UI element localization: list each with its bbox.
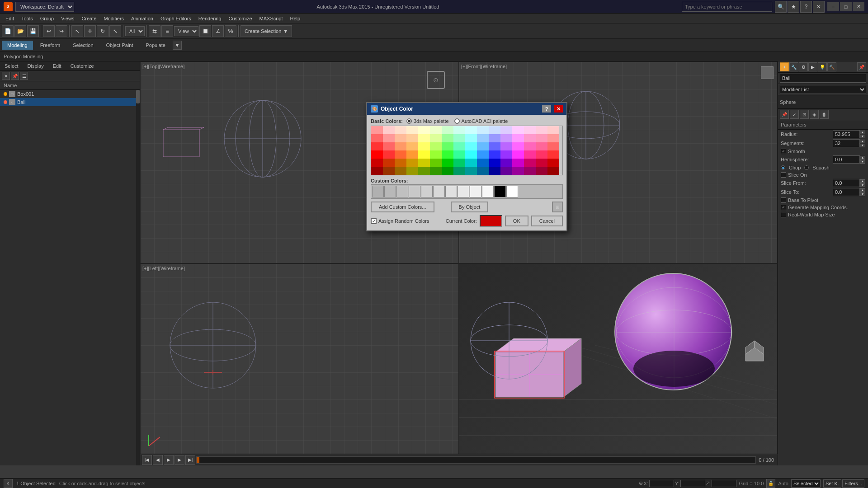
scroll-track[interactable] <box>136 90 140 465</box>
color-swatch[interactable] <box>500 150 512 159</box>
color-swatch[interactable] <box>465 167 477 175</box>
color-swatch[interactable] <box>489 142 500 150</box>
color-swatch[interactable] <box>489 159 500 167</box>
tab-selection[interactable]: Selection <box>67 41 99 50</box>
dialog-close-button[interactable]: ✕ <box>554 105 563 113</box>
panel-tab-customize[interactable]: Customize <box>66 61 99 70</box>
color-swatch[interactable] <box>453 142 465 150</box>
color-swatch[interactable] <box>395 126 406 134</box>
color-swatch[interactable] <box>536 126 547 134</box>
custom-color-swatch[interactable] <box>494 186 506 197</box>
filters-button[interactable]: Filters... <box>842 479 864 488</box>
tab-freeform[interactable]: Freeform <box>35 41 66 50</box>
color-swatch[interactable] <box>547 126 559 134</box>
display-panel-btn[interactable]: 💡 <box>818 62 827 71</box>
color-swatch[interactable] <box>395 142 406 150</box>
color-swatch[interactable] <box>477 167 489 175</box>
color-swatch[interactable] <box>395 134 406 142</box>
smooth-checkbox[interactable]: ✓ <box>781 149 786 154</box>
color-swatch[interactable] <box>500 167 512 175</box>
color-swatch[interactable] <box>512 159 524 167</box>
color-swatch[interactable] <box>489 167 500 175</box>
next-frame-button[interactable]: ▶ <box>175 455 184 465</box>
panel-close-btn[interactable]: ✕ <box>2 72 10 80</box>
custom-color-swatch[interactable] <box>470 186 481 197</box>
object-name-input[interactable] <box>780 74 866 83</box>
base-to-pivot-checkbox[interactable] <box>781 197 786 203</box>
color-swatch[interactable] <box>524 142 536 150</box>
color-swatch[interactable] <box>442 142 453 150</box>
radius-input[interactable] <box>833 130 860 138</box>
color-swatch[interactable] <box>418 126 430 134</box>
play-button[interactable]: ▶ <box>164 455 174 465</box>
color-swatch[interactable] <box>442 126 453 134</box>
custom-color-swatch[interactable] <box>372 186 384 197</box>
menu-modifiers[interactable]: Modifiers <box>100 15 127 22</box>
menu-create[interactable]: Create <box>78 15 100 22</box>
slice-to-down-btn[interactable]: ▼ <box>860 192 865 196</box>
menu-edit[interactable]: Edit <box>2 15 18 22</box>
color-swatch[interactable] <box>524 167 536 175</box>
make-unique-btn[interactable]: ◈ <box>810 110 819 119</box>
custom-color-swatch[interactable] <box>384 186 396 197</box>
create-selection-button[interactable]: Create Selection ▼ <box>241 25 292 37</box>
cancel-button[interactable]: Cancel <box>531 216 563 226</box>
menu-group[interactable]: Group <box>37 15 58 22</box>
align-button[interactable]: ≡ <box>161 25 173 37</box>
create-panel-btn[interactable]: ✦ <box>780 62 789 71</box>
rp-pin-btn[interactable]: 📌 <box>857 62 866 71</box>
viewport-perspective[interactable] <box>459 263 778 465</box>
color-swatch[interactable] <box>442 167 453 175</box>
color-swatch[interactable] <box>489 150 500 159</box>
search-button[interactable]: 🔍 <box>775 1 787 13</box>
color-swatch[interactable] <box>406 167 418 175</box>
color-swatch[interactable] <box>477 159 489 167</box>
select-tool[interactable]: ↖ <box>71 25 83 37</box>
list-item[interactable]: □ Box001 <box>0 90 140 98</box>
mirror-button[interactable]: ⇆ <box>149 25 160 37</box>
y-coord-input[interactable] <box>680 480 705 487</box>
color-swatch[interactable] <box>430 150 442 159</box>
color-swatch[interactable] <box>547 142 559 150</box>
tab-object-paint[interactable]: Object Paint <box>101 41 139 50</box>
color-swatch[interactable] <box>489 126 500 134</box>
menu-animation[interactable]: Animation <box>127 15 157 22</box>
workspace-selector[interactable]: Workspace: Default <box>15 2 74 12</box>
panel-pin-btn[interactable]: 📌 <box>11 72 19 80</box>
snap-toggle[interactable]: 🔲 <box>199 25 211 37</box>
color-swatch[interactable] <box>395 167 406 175</box>
color-swatch[interactable] <box>418 167 430 175</box>
hierarchy-panel-btn[interactable]: ⚙ <box>799 62 808 71</box>
prev-frame-button[interactable]: ◀ <box>153 455 163 465</box>
color-swatch[interactable] <box>536 159 547 167</box>
utilities-panel-btn[interactable]: 🔨 <box>827 62 836 71</box>
close-button[interactable]: ✕ <box>853 2 864 11</box>
set-key-button[interactable]: Set K. <box>823 479 841 488</box>
active-inactive-btn[interactable]: ✓ <box>790 110 799 119</box>
custom-color-swatch[interactable] <box>433 186 445 197</box>
radius-up-btn[interactable]: ▲ <box>860 131 865 134</box>
slice-to-input[interactable] <box>833 188 860 196</box>
color-swatch[interactable] <box>465 134 477 142</box>
color-swatch[interactable] <box>477 134 489 142</box>
pin-stack-btn[interactable]: 📌 <box>780 110 789 119</box>
color-swatch[interactable] <box>406 134 418 142</box>
color-swatch[interactable] <box>371 126 383 134</box>
color-swatch[interactable] <box>524 159 536 167</box>
color-swatch[interactable] <box>371 167 383 175</box>
color-swatch[interactable] <box>430 134 442 142</box>
segments-down-btn[interactable]: ▼ <box>860 144 865 147</box>
color-swatch[interactable] <box>406 159 418 167</box>
panel-tab-edit[interactable]: Edit <box>48 61 66 70</box>
maximize-button[interactable]: □ <box>840 2 852 11</box>
color-swatch[interactable] <box>547 150 559 159</box>
menu-help[interactable]: Help <box>287 15 304 22</box>
close-search-button[interactable]: ✕ <box>813 1 825 13</box>
tab-modeling[interactable]: Modeling <box>2 41 33 50</box>
color-swatch[interactable] <box>430 142 442 150</box>
minimize-button[interactable]: − <box>827 2 839 11</box>
rotate-tool[interactable]: ↻ <box>97 25 108 37</box>
color-swatch[interactable] <box>395 159 406 167</box>
menu-customize[interactable]: Customize <box>225 15 256 22</box>
scale-tool[interactable]: ⤡ <box>109 25 121 37</box>
